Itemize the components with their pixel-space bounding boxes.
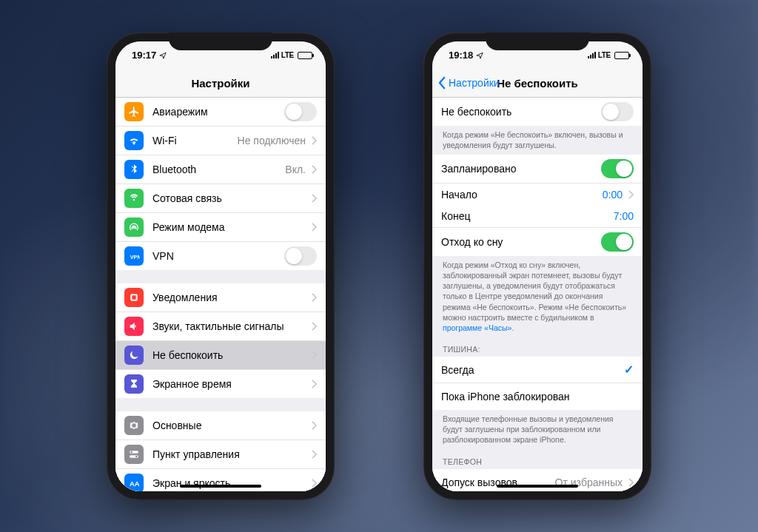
chevron-right-icon [312,194,317,203]
chevron-right-icon [312,450,317,459]
location-icon [476,52,483,59]
bedtime-footer: Когда режим «Отход ко сну» включен, забл… [432,256,643,337]
chevron-right-icon [312,165,317,174]
row-label: Режим модема [152,221,306,233]
back-button[interactable]: Настройки [438,76,500,90]
scheduled-toggle[interactable] [601,159,634,178]
phone-left: 19:17 LTE Настройки АвиарежимWi-FiНе под… [107,33,335,500]
svg-point-6 [130,451,133,453]
row-scheduled[interactable]: Запланировано [432,155,643,183]
signal-icon [271,52,279,58]
row-hourglass[interactable]: Экранное время [115,370,326,398]
row-cellular[interactable]: Сотовая связь [115,184,326,213]
chevron-right-icon [312,223,317,232]
gear-icon [124,416,144,435]
row-vpn[interactable]: VPNVPN [115,242,326,270]
dnd-label: Не беспокоить [441,106,601,118]
chevron-right-icon [312,322,317,331]
start-label: Начало [441,189,603,201]
row-bluetooth[interactable]: BluetoothВкл. [115,155,326,184]
row-hotspot[interactable]: Режим модема [115,213,326,242]
dnd-settings[interactable]: Не беспокоить Когда режим «Не беспокоить… [432,98,643,491]
row-airplane[interactable]: Авиарежим [115,98,326,127]
row-switches[interactable]: Пункт управления [115,440,326,469]
row-silence-always[interactable]: Всегда ✓ [432,357,643,383]
silence-always-label: Всегда [441,364,624,376]
row-silence-locked[interactable]: Пока iPhone заблокирован [432,383,643,410]
status-time: 19:18 [449,50,473,61]
group-dnd-toggle: Не беспокоить [432,98,643,126]
toggle[interactable] [284,246,317,266]
wifi-icon [124,131,144,150]
row-start[interactable]: Начало 0:00 [432,183,643,206]
notch [169,33,272,50]
signal-icon [588,52,596,58]
chevron-right-icon [312,351,317,360]
row-label: Wi-Fi [152,135,238,147]
screen-left: 19:17 LTE Настройки АвиарежимWi-FiНе под… [115,41,326,491]
svg-text:AA: AA [130,480,140,488]
group-notifications: УведомленияЗвуки, тактильные сигналыНе б… [115,283,326,398]
row-allow-calls[interactable]: Допуск вызовов От избранных [432,469,643,491]
checkmark-icon: ✓ [624,363,634,377]
airplane-icon [124,102,144,121]
row-label: Bluetooth [152,164,285,175]
page-title: Не беспокоить [497,77,578,90]
network-label: LTE [598,51,611,59]
group-general: ОсновныеПункт управленияAAЭкран и яркост… [115,411,326,491]
row-end[interactable]: Конец 7:00 [432,206,643,228]
row-label: VPN [152,250,284,262]
dnd-toggle[interactable] [601,102,634,121]
chevron-right-icon [628,478,634,487]
row-aa[interactable]: AAЭкран и яркость [115,469,326,491]
vpn-icon: VPN [124,246,144,266]
row-sound[interactable]: Звуки, тактильные сигналы [115,312,326,341]
row-label: Экранное время [152,378,306,390]
phone-right: 19:18 LTE Настройки Не беспокоить Не бес… [423,33,651,500]
row-gear[interactable]: Основные [115,411,326,440]
switches-icon [124,445,144,464]
nav-bar: Настройки [115,70,326,98]
row-wifi[interactable]: Wi-FiНе подключен [115,127,326,155]
row-label: Пункт управления [152,448,306,460]
row-moon[interactable]: Не беспокоить [115,341,326,370]
chevron-right-icon [312,293,317,302]
scheduled-label: Запланировано [441,163,601,175]
chevron-right-icon [312,421,317,430]
silence-header: ТИШИНА: [432,337,643,357]
bell-icon [124,288,144,307]
group-phone: Допуск вызовов От избранных [432,469,643,491]
row-bell[interactable]: Уведомления [115,283,326,312]
row-dnd[interactable]: Не беспокоить [432,98,643,126]
nav-bar: Настройки Не беспокоить [432,70,643,98]
bedtime-label: Отход ко сну [441,236,601,248]
clock-app-link[interactable]: программе «Часы» [443,323,512,332]
dnd-footer: Когда режим «Не беспокоить» включен, выз… [432,126,643,155]
home-indicator[interactable] [180,485,261,488]
row-bedtime[interactable]: Отход ко сну [432,228,643,256]
home-indicator[interactable] [497,485,578,488]
moon-icon [124,346,144,365]
row-label: Авиарежим [152,106,284,118]
location-icon [159,52,167,59]
svg-point-7 [135,455,138,457]
group-silence: Всегда ✓ Пока iPhone заблокирован [432,357,643,410]
row-label: Не беспокоить [152,349,306,361]
bedtime-toggle[interactable] [601,232,634,252]
network-label: LTE [281,51,294,59]
row-label: Сотовая связь [152,192,306,204]
settings-list[interactable]: АвиарежимWi-FiНе подключенBluetoothВкл.С… [115,98,326,491]
hotspot-icon [124,218,144,237]
toggle[interactable] [284,102,317,121]
end-label: Конец [441,210,614,222]
back-label: Настройки [449,77,500,89]
row-value: Вкл. [285,164,306,175]
start-value: 0:00 [603,189,623,201]
group-schedule: Запланировано Начало 0:00 Конец 7:00 Отх… [432,155,643,256]
screen-right: 19:18 LTE Настройки Не беспокоить Не бес… [432,41,643,491]
battery-icon [298,52,312,59]
cellular-icon [124,189,144,208]
row-value: Не подключен [238,135,306,147]
row-label: Уведомления [152,292,306,303]
row-label: Звуки, тактильные сигналы [152,320,306,332]
